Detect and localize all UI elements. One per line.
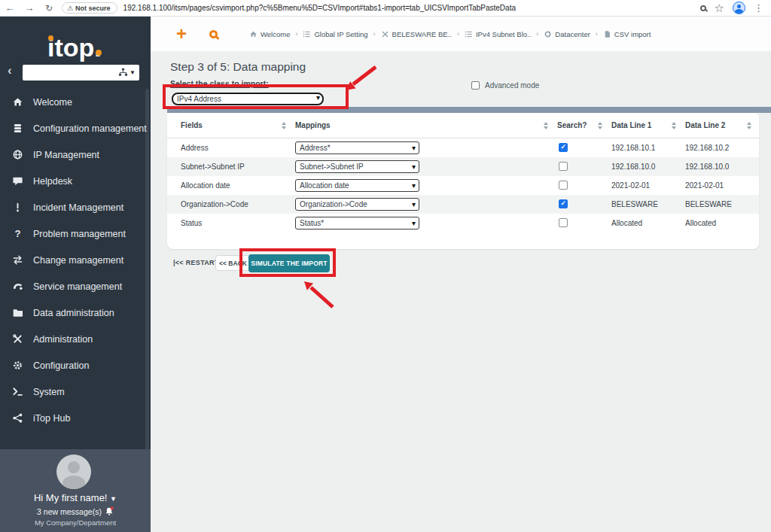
table-row: Organization->Code Organization->Code BE… <box>167 195 759 214</box>
advanced-mode-checkbox[interactable] <box>471 81 480 90</box>
quick-create-icon[interactable]: + <box>176 25 187 43</box>
user-messages[interactable]: 3 new message(s) <box>0 506 151 516</box>
search-checkbox[interactable] <box>559 181 568 190</box>
browser-actions: ☆ ⋮ <box>688 2 771 15</box>
browser-menu-icon[interactable]: ⋮ <box>754 2 763 14</box>
back-button[interactable]: << BACK <box>215 255 251 271</box>
sidebar-item-configuration-management[interactable]: Configuration management <box>0 115 145 141</box>
global-search-icon[interactable] <box>209 30 218 38</box>
bookmark-star-icon[interactable]: ☆ <box>715 2 724 15</box>
sidebar-item-helpdesk[interactable]: Helpdesk <box>0 168 145 194</box>
itop-logo: itop. <box>47 35 102 60</box>
user-greeting[interactable]: Hi My first name! ▼ <box>0 492 151 503</box>
warning-icon: ⚠ <box>67 5 73 12</box>
sidebar-search-box: ▼ <box>23 65 139 81</box>
sidebar-item-label: Data administration <box>33 308 114 318</box>
breadcrumb-item-ipv4-subnet-block[interactable]: IPv4 Subnet Blo.. <box>465 30 531 38</box>
sidebar-item-system[interactable]: System <box>0 378 145 405</box>
data-line2-cell: BELESWARE <box>685 200 753 208</box>
reload-icon[interactable]: ↻ <box>39 3 59 14</box>
question-icon: ? <box>12 228 23 239</box>
column-header: Data Line 1 <box>611 121 651 129</box>
bell-icon <box>105 506 114 516</box>
restart-button[interactable]: |<< RESTART <box>173 259 219 266</box>
sort-icon[interactable] <box>598 122 602 129</box>
breadcrumb-item-global-ip-setting[interactable]: Global IP Setting <box>303 30 367 38</box>
sidebar-item-service-management[interactable]: Service management <box>0 273 145 299</box>
chevron-right-icon: › <box>596 30 598 38</box>
sort-icon[interactable] <box>672 122 676 129</box>
class-select[interactable]: IPv4 Address <box>172 93 324 105</box>
terminal-icon <box>12 386 23 397</box>
sidebar-item-ip-management[interactable]: IP Management <box>0 141 145 168</box>
sidebar-menu: Welcome Configuration management IP Mana… <box>0 89 145 431</box>
exclamation-icon <box>12 202 23 213</box>
forward-icon[interactable]: → <box>20 2 39 14</box>
folder-icon <box>12 307 23 318</box>
chevron-right-icon: › <box>536 30 538 38</box>
search-checkbox[interactable] <box>559 162 568 171</box>
zoom-icon[interactable] <box>700 5 706 11</box>
search-checkbox[interactable] <box>559 199 568 208</box>
sidebar-item-change-management[interactable]: Change management <box>0 247 145 273</box>
sidebar-item-label: Helpdesk <box>33 176 72 187</box>
breadcrumb-label: Global IP Setting <box>314 30 367 38</box>
sidebar-item-itop-hub[interactable]: iTop Hub <box>0 405 145 431</box>
chevron-right-icon: › <box>457 30 459 38</box>
breadcrumb-item-welcome[interactable]: Welcome <box>249 30 290 38</box>
sidebar-item-data-administration[interactable]: Data administration <box>0 299 145 326</box>
back-icon[interactable]: ← <box>0 2 20 14</box>
sidebar-search-input[interactable] <box>23 66 118 79</box>
home-icon <box>12 96 23 108</box>
sort-icon[interactable] <box>747 122 751 129</box>
url-text[interactable]: 192.168.1.100/itsm/pages/csvimport.php?c… <box>123 4 688 12</box>
breadcrumb-item-datacenter[interactable]: Datacenter <box>544 30 590 38</box>
field-cell: Organization->Code <box>181 200 295 208</box>
chevron-right-icon: › <box>295 30 297 38</box>
data-line1-cell: 192.168.10.0 <box>611 163 685 171</box>
sidebar-item-welcome[interactable]: Welcome <box>0 89 145 115</box>
sidebar-item-problem-management[interactable]: ? Problem management <box>0 220 145 247</box>
mapping-select[interactable]: Organization->Code <box>295 198 419 211</box>
search-scope-caret-icon[interactable]: ▼ <box>130 69 136 76</box>
sidebar-item-administration[interactable]: Administration <box>0 326 145 352</box>
mapping-select[interactable]: Status* <box>295 217 419 230</box>
user-avatar[interactable] <box>56 454 91 489</box>
sort-icon[interactable] <box>544 122 548 129</box>
not-secure-label: Not secure <box>75 5 111 12</box>
sidebar-collapse-icon[interactable]: ‹ <box>8 63 12 78</box>
mapping-table: Fields Mappings Search? Data Line 1 Data… <box>167 113 759 249</box>
search-checkbox[interactable] <box>559 218 568 227</box>
table-row: Subnet->Subnet IP Subnet->Subnet IP 192.… <box>167 157 759 176</box>
tools-icon <box>12 333 23 345</box>
org-tree-icon[interactable] <box>118 66 128 80</box>
class-select-label: Select the class to import: <box>170 79 269 88</box>
search-checkbox[interactable] <box>559 143 568 152</box>
breadcrumb-item-csv-import[interactable]: CSV import <box>603 30 651 38</box>
not-secure-badge[interactable]: ⚠ Not secure <box>62 2 117 14</box>
simulate-import-button[interactable]: SIMULATE THE IMPORT <box>248 254 330 272</box>
table-row: Address Address* 192.168.10.1 192.168.10… <box>167 138 759 157</box>
node-x-icon <box>381 30 389 38</box>
browser-profile-icon[interactable] <box>733 2 745 14</box>
circle-icon <box>544 30 552 38</box>
sidebar-item-label: Administration <box>33 334 93 345</box>
data-line2-cell: 192.168.10.2 <box>685 144 753 152</box>
sidebar-item-label: Configuration <box>33 360 89 371</box>
mapping-select[interactable]: Allocation date <box>295 179 419 192</box>
mapping-select-wrap: Status* <box>295 217 419 230</box>
mapping-select[interactable]: Address* <box>295 141 419 154</box>
share-hub-icon <box>12 412 23 424</box>
sidebar-item-configuration[interactable]: Configuration <box>0 352 145 378</box>
sidebar: itop. ‹ ▼ Welcome Configuration manageme… <box>0 17 151 532</box>
table-scrollbar[interactable] <box>167 107 771 113</box>
sort-icon[interactable] <box>282 122 286 129</box>
sidebar-item-incident-management[interactable]: Incident Management <box>0 194 145 220</box>
sidebar-item-label: Configuration management <box>33 123 147 134</box>
mapping-select[interactable]: Subnet->Subnet IP <box>295 160 419 173</box>
breadcrumb-item-belesware[interactable]: BELESWARE BE.. <box>381 30 452 38</box>
sidebar-scrollbar[interactable] <box>145 89 149 450</box>
gear-icon <box>12 360 23 371</box>
field-cell: Allocation date <box>181 181 295 190</box>
sidebar-item-label: Welcome <box>33 97 72 108</box>
